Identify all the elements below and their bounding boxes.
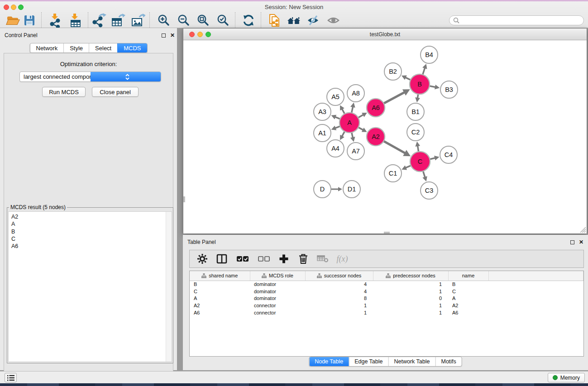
graph-node-A3[interactable]: A3 xyxy=(314,103,331,120)
table-row[interactable]: Adominator80A xyxy=(190,295,583,302)
show-panels-button[interactable] xyxy=(325,13,342,28)
function-builder-button[interactable]: f(x) xyxy=(336,253,349,265)
table-row[interactable]: A2connector11A2 xyxy=(190,302,583,309)
show-column-panel-button[interactable] xyxy=(215,253,228,265)
table-float-icon[interactable] xyxy=(570,240,574,244)
network-canvas[interactable]: B4B2BB3A8A5A6A3B1AC2A1A2A4A7C4CC1DD1C3 xyxy=(183,40,587,234)
network-graph[interactable]: B4B2BB3A8A5A6A3B1AC2A1A2A4A7C4CC1DD1C3 xyxy=(183,40,587,234)
graph-node-A4[interactable]: A4 xyxy=(327,140,344,157)
graph-node-B4[interactable]: B4 xyxy=(421,46,438,63)
create-column-button[interactable] xyxy=(277,253,290,265)
mcds-result-item[interactable]: B xyxy=(9,228,172,235)
tab-motifs[interactable]: Motifs xyxy=(435,357,461,366)
memory-button[interactable]: Memory xyxy=(548,373,585,382)
open-session-button[interactable] xyxy=(5,13,21,28)
column-header-successor-nodes[interactable]: successor nodes xyxy=(305,271,373,281)
zoom-in-button[interactable] xyxy=(156,13,172,28)
tab-edge-table[interactable]: Edge Table xyxy=(349,357,388,366)
table-cell: 1 xyxy=(373,309,448,316)
table-toolbar: f(x) xyxy=(189,250,584,268)
select-all-button[interactable] xyxy=(235,253,250,265)
graph-node-B3[interactable]: B3 xyxy=(440,81,458,98)
graph-node-A6[interactable]: A6 xyxy=(367,99,385,117)
node-label: B4 xyxy=(425,51,433,58)
graph-node-D[interactable]: D xyxy=(314,181,331,198)
column-header-MCDS-role[interactable]: MCDS role xyxy=(250,271,305,281)
deselect-all-button[interactable] xyxy=(257,253,271,265)
tab-network-table[interactable]: Network Table xyxy=(388,357,435,366)
graph-node-B1[interactable]: B1 xyxy=(407,103,424,120)
graph-node-C4[interactable]: C4 xyxy=(440,146,457,163)
eye-slash-icon xyxy=(306,14,320,26)
graph-node-A8[interactable]: A8 xyxy=(347,85,364,102)
node-label: A4 xyxy=(331,145,339,152)
run-mcds-button[interactable]: Run MCDS xyxy=(42,87,86,97)
memory-label: Memory xyxy=(560,375,580,381)
criterion-select[interactable]: largest connected component (directed) xyxy=(19,71,161,82)
refresh-button[interactable] xyxy=(240,13,257,28)
graph-node-D1[interactable]: D1 xyxy=(343,181,360,198)
graph-node-A2[interactable]: A2 xyxy=(367,128,385,146)
graph-node-C3[interactable]: C3 xyxy=(421,182,438,199)
resize-grip[interactable] xyxy=(582,229,586,233)
graph-node-C[interactable]: C xyxy=(410,152,430,172)
table-settings-button[interactable] xyxy=(196,253,209,265)
graph-node-C2[interactable]: C2 xyxy=(407,124,424,141)
table-cell: A2 xyxy=(190,302,250,309)
mcds-result-item[interactable]: A xyxy=(9,220,172,228)
vertical-scroll-mark[interactable] xyxy=(183,196,185,202)
mcds-result-item[interactable]: A6 xyxy=(9,243,172,250)
zoom-selected-button[interactable] xyxy=(215,13,231,28)
search-box[interactable] xyxy=(449,15,584,25)
close-panel-button[interactable]: Close panel xyxy=(92,87,139,97)
home-layout-button[interactable] xyxy=(286,13,302,28)
tab-node-table[interactable]: Node Table xyxy=(309,357,349,366)
resize-grip[interactable] xyxy=(584,231,586,233)
float-panel-icon[interactable] xyxy=(162,33,166,38)
task-history-button[interactable] xyxy=(5,373,17,382)
network-window-titlebar[interactable]: testGlobe.txt xyxy=(183,29,587,40)
desktop-wallpaper-strip xyxy=(0,383,588,386)
delete-column-button[interactable] xyxy=(297,253,310,265)
node-label: B1 xyxy=(411,108,420,115)
graph-node-C1[interactable]: C1 xyxy=(384,165,402,182)
hide-panels-button[interactable] xyxy=(305,13,321,28)
save-session-button[interactable] xyxy=(21,13,38,28)
tab-mcds[interactable]: MCDS xyxy=(117,43,147,52)
search-input[interactable] xyxy=(462,17,583,24)
column-header-shared-name[interactable]: shared name xyxy=(190,271,250,281)
close-panel-icon[interactable]: ✕ xyxy=(170,32,175,38)
delete-table-button[interactable] xyxy=(316,253,329,265)
tab-style[interactable]: Style xyxy=(63,43,89,52)
zoom-fit-button[interactable] xyxy=(195,13,211,28)
column-header-name[interactable]: name xyxy=(448,271,488,281)
mcds-result-item[interactable]: A2 xyxy=(9,213,172,220)
mcds-scrollbar[interactable] xyxy=(166,212,172,362)
graph-node-A[interactable]: A xyxy=(339,113,359,133)
horizontal-scroll-mark[interactable] xyxy=(384,232,390,234)
select-stepper-icon xyxy=(91,72,161,81)
table-row[interactable]: Bdominator41B xyxy=(190,281,583,288)
tab-network[interactable]: Network xyxy=(30,43,63,52)
zoom-out-button[interactable] xyxy=(176,13,192,28)
export-image-button[interactable] xyxy=(130,13,146,28)
import-table-button[interactable] xyxy=(67,13,84,28)
export-table-button[interactable] xyxy=(110,13,126,28)
toolbar-separator xyxy=(261,12,261,29)
table-close-icon[interactable]: ✕ xyxy=(579,239,583,245)
table-cell: 8 xyxy=(305,295,373,302)
graph-node-A1[interactable]: A1 xyxy=(314,124,331,142)
column-header-predecessor-nodes[interactable]: predecessor nodes xyxy=(373,271,448,281)
mcds-result-item[interactable]: C xyxy=(9,235,172,243)
tab-select[interactable]: Select xyxy=(89,43,117,52)
graph-node-B[interactable]: B xyxy=(410,74,430,94)
table-header-row[interactable]: shared nameMCDS rolesuccessor nodesprede… xyxy=(190,271,583,281)
import-network-button[interactable] xyxy=(48,13,64,28)
table-row[interactable]: Cdominator41C xyxy=(190,288,583,295)
graph-node-B2[interactable]: B2 xyxy=(384,63,402,80)
graph-node-A7[interactable]: A7 xyxy=(347,143,364,160)
graph-node-A5[interactable]: A5 xyxy=(327,88,344,105)
table-row[interactable]: A6connector11A6 xyxy=(190,309,583,316)
network-document-button[interactable] xyxy=(266,13,282,28)
export-network-button[interactable] xyxy=(91,13,107,28)
